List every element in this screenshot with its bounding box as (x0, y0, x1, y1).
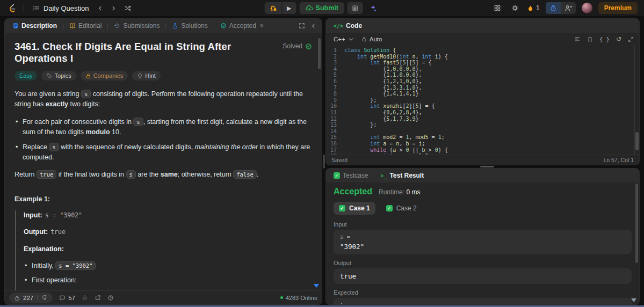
list-item: (s[0] + s[1]) % 10 = (3 + 9) % 10 = 2 (39, 290, 312, 290)
next-problem-button[interactable] (108, 4, 119, 13)
person-plus-icon (565, 4, 572, 12)
collapse-panel-button[interactable] (310, 23, 316, 29)
settings-button[interactable] (509, 3, 521, 13)
topics-button[interactable]: Topics (41, 71, 76, 81)
horizontal-resize-handle[interactable] (480, 166, 494, 168)
ai-assistant-button[interactable] (366, 2, 380, 14)
case-selector: ✓ Case 1 ✓ Case 2 (334, 202, 632, 215)
session-tools (546, 2, 576, 14)
lightbulb-icon (137, 73, 143, 79)
rules-list: For each pair of consecutive digits in s… (15, 117, 312, 163)
cloud-upload-icon (306, 4, 313, 12)
case-1-button[interactable]: ✓ Case 1 (334, 202, 375, 215)
tab-editorial[interactable]: Editorial (67, 21, 104, 31)
test-result-panel: ✓ Testcase >_ Test Result Accepted Runti… (325, 168, 640, 305)
list-item: For each pair of consecutive digits in s… (15, 117, 312, 138)
leetcode-logo-icon (8, 3, 17, 13)
editor-scrollbar-thumb[interactable] (635, 132, 639, 150)
case-2-button[interactable]: ✓ Case 2 (381, 202, 422, 215)
tab-code[interactable]: </> Code (331, 21, 364, 31)
description-scrollbar[interactable] (318, 38, 321, 69)
comments-button[interactable]: 57 (59, 295, 75, 301)
divider (24, 4, 24, 12)
auto-indent-toggle[interactable]: Auto (361, 36, 382, 42)
star-icon: ☆ (82, 294, 88, 302)
chevron-left-icon (310, 23, 316, 29)
expected-box[interactable]: true (334, 298, 632, 304)
streak-counter[interactable]: 1 (527, 4, 540, 12)
code-line: 7 {1,3,3,1,0}, (326, 85, 639, 91)
divider (165, 23, 166, 29)
input-box[interactable]: s = "3902" (334, 230, 632, 254)
notes-button[interactable] (348, 2, 363, 14)
vertical-resize-handle[interactable] (323, 155, 325, 169)
avatar-image (582, 3, 592, 13)
code-panel: </> Code C++ Auto { } ↺ (325, 18, 640, 165)
list-item: Replace s with the sequence of newly cal… (15, 142, 312, 163)
snippets-button[interactable]: { } (599, 36, 610, 42)
shuffle-button[interactable] (122, 3, 133, 13)
flame-icon (527, 5, 534, 12)
submit-button[interactable]: Submit (300, 2, 344, 14)
tab-testcase[interactable]: ✓ Testcase (331, 171, 370, 180)
problem-list-button[interactable]: Daily Question (30, 3, 92, 14)
editor-scrollbar[interactable] (634, 46, 639, 155)
chevron-left-icon (97, 5, 103, 11)
code-line: 2 int getMod10(int n, int i) { (326, 54, 639, 60)
output-box[interactable]: true (334, 268, 632, 284)
prev-problem-button[interactable] (95, 4, 105, 13)
leetcode-logo[interactable] (6, 3, 18, 13)
reset-code-button[interactable]: ↺ (616, 35, 621, 43)
terminal-icon: >_ (380, 173, 387, 179)
test-panel-scrollbar[interactable] (635, 184, 638, 263)
test-panel-tabs: ✓ Testcase >_ Test Result (326, 169, 639, 182)
list-item: First operation: (s[0] + s[1]) % 10 = (3… (24, 275, 312, 290)
layout-button[interactable] (491, 3, 503, 13)
hint-button[interactable]: Hint (132, 71, 161, 81)
code-editor[interactable]: 1class Solution {2 int getMod10(int n, i… (326, 46, 639, 155)
example-heading: Example 1: (15, 194, 312, 204)
like-button[interactable]: 227 (14, 295, 33, 301)
scroll-down-indicator-icon[interactable] (631, 298, 636, 302)
list-item: Initially, s = "3902" (24, 261, 312, 271)
tab-accepted[interactable]: Accepted × (218, 21, 266, 31)
tab-submissions[interactable]: Submissions (112, 21, 162, 31)
lock-icon (85, 73, 91, 79)
companies-button[interactable]: Companies (81, 71, 128, 81)
avatar[interactable] (582, 3, 592, 13)
feedback-button[interactable] (107, 295, 114, 301)
share-button[interactable] (95, 295, 101, 301)
invite-button[interactable] (561, 2, 576, 14)
tab-test-result[interactable]: >_ Test Result (378, 171, 426, 180)
description-footer: 227 57 ☆ 42 (5, 290, 322, 304)
expand-panel-button[interactable] (299, 23, 305, 29)
favorite-button[interactable]: ☆ (82, 294, 88, 302)
dislike-button[interactable] (41, 295, 48, 301)
language-selector[interactable]: C++ (331, 35, 354, 43)
shuffle-icon (124, 5, 131, 12)
debug-button[interactable] (264, 2, 281, 14)
code-line: 14 (326, 128, 639, 135)
format-lines-icon (574, 36, 581, 42)
tab-label: Description (21, 22, 57, 30)
timer-button[interactable] (546, 2, 561, 14)
thumbs-up-icon (14, 295, 20, 301)
tab-description[interactable]: Description (10, 21, 59, 31)
difficulty-badge[interactable]: Easy (15, 71, 37, 81)
code-line: 8 {1,4,1,4,1} (326, 91, 639, 97)
format-code-button[interactable] (574, 36, 581, 42)
run-button[interactable]: ▶ (282, 2, 296, 14)
status-badge: Solved (283, 42, 312, 50)
companies-label: Companies (93, 72, 124, 79)
scroll-down-indicator-icon[interactable] (314, 284, 319, 288)
premium-button[interactable]: Premium (598, 2, 638, 14)
online-count: 4283 Online (286, 295, 317, 301)
test-result-body: Accepted Runtime: 0 ms ✓ Case 1 ✓ Case 2… (326, 182, 639, 304)
code-line: 4 {1,0,0,0,0}, (326, 66, 639, 72)
bookmark-button[interactable] (587, 36, 593, 42)
problem-description[interactable]: 3461. Check If Digits Are Equal in Strin… (5, 33, 322, 290)
close-icon[interactable]: × (260, 22, 264, 30)
tab-label: Code (346, 22, 362, 30)
tab-solutions[interactable]: Solutions (170, 21, 209, 31)
maximize-editor-button[interactable] (628, 36, 634, 42)
